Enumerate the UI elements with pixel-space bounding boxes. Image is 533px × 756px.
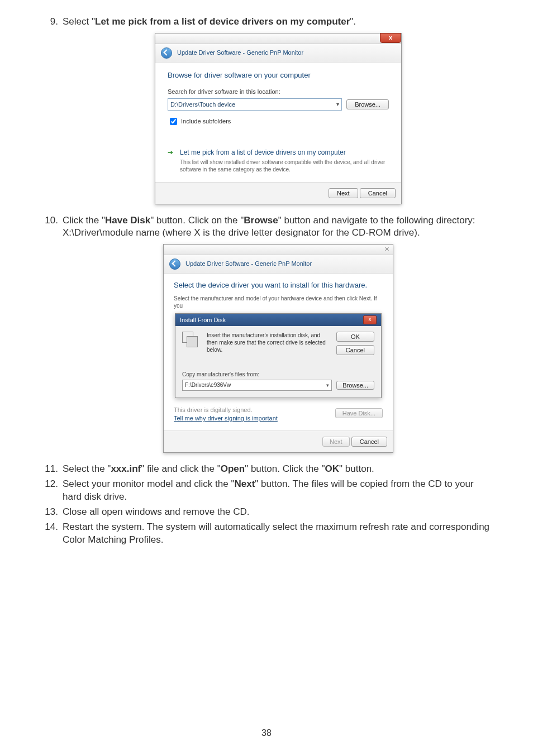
step-number: 12. [39, 478, 58, 491]
titlebar: ✕ [164, 245, 393, 255]
why-signing-link[interactable]: Tell me why driver signing is important [174, 415, 278, 422]
wizard-title: Update Driver Software - Generic PnP Mon… [185, 260, 312, 267]
step-text: Restart the system. The system will auto… [63, 521, 489, 545]
step-number: 13. [39, 506, 58, 519]
step-text: Select the "xxx.inf" file and click the … [63, 463, 374, 474]
browse-button[interactable]: Browse... [346, 99, 389, 109]
wizard-breadcrumb: Update Driver Software - Generic PnP Mon… [164, 255, 393, 274]
step-11: 11. Select the "xxx.inf" file and click … [39, 463, 494, 476]
page-heading: Browse for driver software on your compu… [168, 70, 389, 80]
ifd-message: Insert the manufacturer's installation d… [207, 332, 331, 353]
pick-from-list-option[interactable]: ➔ Let me pick from a list of device driv… [168, 147, 389, 173]
option-desc: This list will show installed driver sof… [180, 159, 389, 173]
have-disk-button[interactable]: Have Disk... [335, 408, 383, 418]
step-text: Select "Let me pick from a list of devic… [63, 16, 356, 27]
search-location-label: Search for driver software in this locat… [168, 88, 389, 96]
titlebar: x [155, 34, 401, 44]
ok-button[interactable]: OK [336, 332, 374, 342]
include-subfolders-input[interactable] [170, 118, 177, 125]
step-number: 10. [39, 214, 58, 227]
page-heading: Select the device driver you want to ins… [174, 280, 383, 290]
browse-button[interactable]: Browse... [336, 381, 374, 390]
close-icon[interactable]: x [380, 33, 401, 43]
step-number: 14. [39, 521, 58, 534]
page-number: 38 [0, 727, 533, 739]
ifd-titlebar: Install From Disk x [175, 314, 381, 326]
dialog-select-driver: ✕ Update Driver Software - Generic PnP M… [163, 244, 393, 453]
dialog-browse-driver: x Update Driver Software - Generic PnP M… [155, 33, 402, 204]
arrow-icon: ➔ [168, 148, 173, 157]
step-number: 9. [39, 16, 58, 28]
cancel-button[interactable]: Cancel [360, 188, 396, 198]
copy-from-combo[interactable]: F:\Drivers\e936Vw [182, 380, 332, 391]
step-9: 9. Select "Let me pick from a list of de… [39, 16, 494, 204]
disk-icon [182, 332, 201, 348]
back-icon[interactable] [161, 47, 172, 59]
option-title: Let me pick from a list of device driver… [180, 148, 389, 157]
step-number: 11. [39, 463, 58, 476]
step-13: 13. Close all open windows and remove th… [39, 506, 494, 519]
step-10: 10. Click the "Have Disk" button. Click … [39, 214, 494, 453]
install-from-disk-dialog: Install From Disk x Insert the manufactu… [175, 313, 382, 399]
step-text: Click the "Have Disk" button. Click on t… [63, 215, 475, 226]
cancel-button[interactable]: Cancel [336, 345, 374, 355]
next-button[interactable]: Next [322, 437, 350, 447]
cancel-button[interactable]: Cancel [351, 437, 387, 447]
back-icon[interactable] [169, 259, 180, 270]
search-location-combo[interactable]: D:\Drivers\Touch device [168, 98, 342, 111]
step-text: Close all open windows and remove the CD… [63, 506, 250, 517]
step-12: 12. Select your monitor model and click … [39, 478, 494, 504]
copy-from-label: Copy manufacturer's files from: [182, 371, 374, 379]
step-text-2: X:\Driver\module name (where X is the dr… [63, 227, 420, 238]
include-subfolders-label: Include subfolders [181, 118, 231, 125]
close-icon[interactable]: x [363, 315, 377, 324]
close-icon[interactable]: ✕ [384, 245, 389, 253]
step-14: 14. Restart the system. The system will … [39, 521, 494, 547]
ifd-title-text: Install From Disk [180, 316, 226, 324]
wizard-title: Update Driver Software - Generic PnP Mon… [177, 49, 303, 56]
wizard-breadcrumb: Update Driver Software - Generic PnP Mon… [155, 44, 401, 63]
signed-text: This driver is digitally signed. [174, 406, 278, 414]
step-text: Select your monitor model and click the … [63, 479, 474, 502]
page-subtext: Select the manufacturer and model of you… [174, 295, 383, 310]
include-subfolders-checkbox[interactable]: Include subfolders [168, 118, 231, 125]
next-button[interactable]: Next [329, 188, 358, 198]
